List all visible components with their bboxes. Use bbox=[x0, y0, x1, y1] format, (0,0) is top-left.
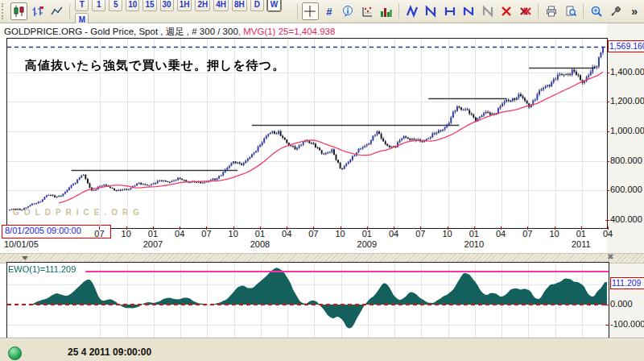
time-tick-label: 04 bbox=[277, 229, 296, 239]
current-price-label: 1,569.160 bbox=[608, 40, 644, 52]
toolbar-separator bbox=[398, 4, 399, 19]
ewo-indicator-label: EWO(1)=111.209 bbox=[8, 264, 76, 274]
timeframe-w-button[interactable]: W bbox=[267, 0, 281, 11]
chart-title: GOLDPRICE.ORG - Gold Price, Spot , 週足 , … bbox=[4, 26, 335, 38]
timeframe-30-button[interactable]: 30 bbox=[160, 0, 174, 11]
status-datetime: 25 4 2011 09:00:00 bbox=[68, 346, 151, 358]
toolbar-grip[interactable] bbox=[2, 3, 7, 19]
timeframe-15-button[interactable]: 15 bbox=[142, 0, 156, 11]
trendline-tool-4-button[interactable] bbox=[460, 2, 477, 20]
close-indicator-icon[interactable]: ✖ bbox=[607, 252, 613, 261]
year-label: 2011 bbox=[565, 239, 597, 249]
start-date-label: 10/01/05 bbox=[4, 239, 39, 249]
time-tick-label: 04 bbox=[491, 229, 510, 239]
ewo-oscillator-panel[interactable] bbox=[6, 262, 609, 338]
oscillator-tick-label: 0.000 bbox=[610, 299, 633, 309]
pin-button[interactable] bbox=[607, 2, 624, 20]
data-window-button[interactable] bbox=[358, 2, 375, 20]
print-button[interactable] bbox=[543, 2, 559, 20]
collapse-down-icon[interactable] bbox=[22, 256, 28, 260]
volume-button[interactable] bbox=[378, 2, 394, 20]
time-tick-label: 10 bbox=[331, 229, 350, 239]
zigzag-tool-icon bbox=[406, 5, 419, 18]
chart-title-mvg: , MVG(1) 25=1,404.938 bbox=[238, 27, 336, 36]
price-tick-label: 1,000.000 bbox=[610, 126, 644, 135]
toolbar: T151015301H2H4H8HDWM # bbox=[0, 0, 644, 23]
timeframe-8h-button[interactable]: 8H bbox=[232, 0, 247, 11]
more-tools-button[interactable]: » bbox=[625, 2, 642, 20]
timeframe-4h-button[interactable]: 4H bbox=[213, 0, 229, 11]
timeframe-5-button[interactable]: 5 bbox=[109, 0, 122, 11]
info-icon bbox=[341, 5, 354, 18]
timeframe-10-button[interactable]: 10 bbox=[126, 0, 139, 11]
chevron-double-right-icon: » bbox=[631, 5, 638, 18]
volume-histogram-icon bbox=[379, 5, 392, 18]
price-tick-label: 400.000 bbox=[610, 214, 642, 224]
delete-all-objects-button[interactable] bbox=[517, 2, 534, 20]
info-button[interactable] bbox=[340, 2, 357, 20]
trendline-tool-2-button[interactable] bbox=[423, 2, 440, 20]
oscillator-canvas bbox=[7, 263, 609, 338]
print-preview-icon bbox=[564, 5, 577, 18]
time-tick-label: 01 bbox=[250, 229, 270, 239]
trendline-tool-1-button[interactable] bbox=[403, 2, 420, 20]
grid-button[interactable]: # bbox=[320, 2, 337, 20]
zigzag-tool-icon bbox=[444, 5, 456, 18]
toolbar-separator bbox=[538, 4, 539, 19]
time-tick-label: 01 bbox=[143, 229, 163, 239]
ohlc-bars-icon bbox=[31, 5, 44, 18]
time-tick-label: 07 bbox=[411, 229, 430, 239]
line-chart-button[interactable] bbox=[48, 2, 65, 20]
toolbar-separator bbox=[297, 4, 298, 19]
chart-window: GOLDPRICE.ORG - Gold Price, Spot , 週足 , … bbox=[0, 23, 644, 338]
main-price-chart[interactable]: GOLDPRICE.ORG 高値抜いたら強気で買い乗せ。押しを待つ。 bbox=[6, 38, 608, 229]
print-preview-button[interactable] bbox=[562, 2, 579, 20]
pushpin-icon bbox=[609, 5, 622, 18]
trendline-tool-3-button[interactable] bbox=[441, 2, 458, 20]
time-tick-label: 10 bbox=[117, 229, 136, 239]
crosshair-button[interactable] bbox=[302, 2, 319, 20]
time-tick-label: 04 bbox=[598, 229, 617, 239]
ewo-current-value-label: 111.209 bbox=[610, 277, 644, 289]
timeframe-d-button[interactable]: D bbox=[250, 0, 264, 11]
time-tick-label: 04 bbox=[384, 229, 403, 239]
time-tick-label: 07 bbox=[196, 229, 216, 239]
toolbar-separator bbox=[583, 4, 584, 19]
time-tick-label: 07 bbox=[518, 229, 537, 239]
zigzag-tool-icon bbox=[462, 5, 475, 18]
trendline-tool-disabled-button[interactable] bbox=[479, 2, 496, 20]
chart-title-main: GOLDPRICE.ORG - Gold Price, Spot , 週足 , … bbox=[4, 27, 238, 36]
printer-icon bbox=[545, 5, 558, 18]
candlestick-icon bbox=[13, 5, 26, 18]
toolbar-separator bbox=[69, 4, 70, 19]
timeframe-t-button[interactable]: T bbox=[75, 0, 89, 11]
price-tick-label: 1,400.000 bbox=[610, 67, 644, 77]
line-chart-icon bbox=[51, 5, 64, 18]
time-tick-label: 01 bbox=[464, 229, 484, 239]
time-tick-label: 01 bbox=[572, 229, 591, 239]
timeframe-2h-button[interactable]: 2H bbox=[195, 0, 210, 11]
timeframe-1h-button[interactable]: 1H bbox=[177, 0, 192, 11]
delete-object-button[interactable] bbox=[498, 2, 515, 20]
ohlc-chart-button[interactable] bbox=[29, 2, 46, 20]
price-tick-label: 800.000 bbox=[610, 156, 642, 165]
zoom-button[interactable] bbox=[588, 2, 605, 20]
price-tick-label: 600.000 bbox=[610, 185, 642, 194]
price-tick-label: 1,200.000 bbox=[610, 96, 644, 106]
candlestick-chart-button[interactable] bbox=[10, 2, 27, 20]
timeframe-1-button[interactable]: 1 bbox=[92, 0, 105, 11]
year-label: 2008 bbox=[244, 239, 276, 249]
status-bar: 25 4 2011 09:00:00 bbox=[0, 338, 644, 361]
grid-icon: # bbox=[326, 6, 332, 18]
time-tick-label: 07 bbox=[303, 229, 323, 239]
oscillator-tick-label: -100.000 bbox=[610, 319, 644, 329]
time-tick-label: 07 bbox=[89, 229, 109, 239]
time-tick-label: 10 bbox=[224, 229, 243, 239]
time-tick-label: 01 bbox=[357, 229, 377, 239]
zigzag-tool-icon bbox=[424, 5, 437, 18]
time-tick-label: 10 bbox=[438, 229, 457, 239]
magnifier-icon bbox=[590, 5, 603, 18]
year-label: 2009 bbox=[351, 239, 383, 249]
data-window-icon bbox=[361, 5, 374, 18]
red-x-icon bbox=[500, 5, 513, 18]
